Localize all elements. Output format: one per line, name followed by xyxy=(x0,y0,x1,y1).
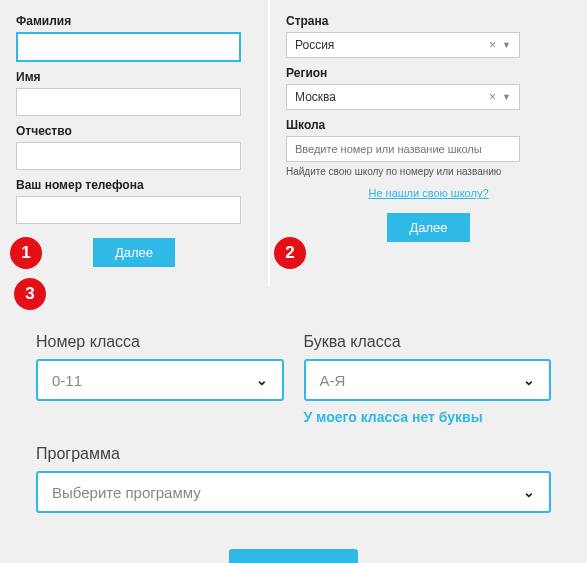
surname-label: Фамилия xyxy=(16,14,252,28)
phone-label: Ваш номер телефона xyxy=(16,178,252,192)
next-button-1[interactable]: Далее xyxy=(93,238,175,267)
class-letter-value: А-Я xyxy=(320,372,346,389)
class-number-label: Номер класса xyxy=(36,333,284,351)
next-button-3[interactable]: Далее xyxy=(229,549,358,563)
school-input[interactable] xyxy=(286,136,520,162)
patronymic-input[interactable] xyxy=(16,142,241,170)
clear-country-icon[interactable]: × xyxy=(489,38,496,52)
clear-region-icon[interactable]: × xyxy=(489,90,496,104)
class-number-select[interactable]: 0-11 ⌄ xyxy=(36,359,284,401)
school-label: Школа xyxy=(286,118,571,132)
phone-input[interactable] xyxy=(16,196,241,224)
chevron-down-icon: ▼ xyxy=(502,40,511,50)
country-label: Страна xyxy=(286,14,571,28)
region-select[interactable]: Москва × ▼ xyxy=(286,84,520,110)
chevron-down-icon: ⌄ xyxy=(256,372,268,388)
region-label: Регион xyxy=(286,66,571,80)
step-badge-1: 1 xyxy=(10,237,42,269)
patronymic-label: Отчество xyxy=(16,124,252,138)
step-badge-3: 3 xyxy=(14,278,46,310)
name-input[interactable] xyxy=(16,88,241,116)
surname-input[interactable] xyxy=(16,32,241,62)
class-letter-select[interactable]: А-Я ⌄ xyxy=(304,359,552,401)
chevron-down-icon: ⌄ xyxy=(523,484,535,500)
step-3-panel: Номер класса 0-11 ⌄ Буква класса А-Я ⌄ У… xyxy=(0,287,587,563)
chevron-down-icon: ⌄ xyxy=(523,372,535,388)
program-value: Выберите программу xyxy=(52,484,201,501)
no-letter-link[interactable]: У моего класса нет буквы xyxy=(304,409,552,425)
next-button-2[interactable]: Далее xyxy=(387,213,469,242)
step-2-panel: Страна Россия × ▼ Регион Москва × ▼ Школ… xyxy=(270,0,587,287)
program-select[interactable]: Выберите программу ⌄ xyxy=(36,471,551,513)
class-number-value: 0-11 xyxy=(52,372,82,389)
country-value: Россия xyxy=(295,38,334,52)
school-hint: Найдите свою школу по номеру или названи… xyxy=(286,166,571,177)
region-value: Москва xyxy=(295,90,336,104)
program-label: Программа xyxy=(36,445,551,463)
step-badge-2: 2 xyxy=(274,237,306,269)
chevron-down-icon: ▼ xyxy=(502,92,511,102)
class-letter-label: Буква класса xyxy=(304,333,552,351)
country-select[interactable]: Россия × ▼ xyxy=(286,32,520,58)
name-label: Имя xyxy=(16,70,252,84)
school-not-found-link[interactable]: Не нашли свою школу? xyxy=(286,187,571,199)
step-1-panel: Фамилия Имя Отчество Ваш номер телефона … xyxy=(0,0,268,287)
